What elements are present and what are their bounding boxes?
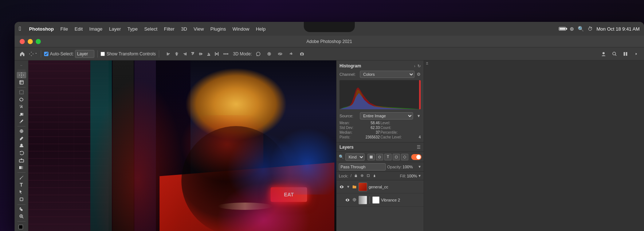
toolbar-collapse-icon[interactable] xyxy=(632,49,641,59)
lock-artboard-button[interactable] xyxy=(366,173,371,179)
filter-shape-button[interactable] xyxy=(393,154,400,160)
opacity-value[interactable]: 100% xyxy=(402,165,417,169)
menu-select[interactable]: Select xyxy=(141,25,160,33)
window-minimize-button[interactable] xyxy=(28,39,33,44)
layer-expand-arrow[interactable]: ▼ xyxy=(346,185,350,189)
auto-select-checkbox[interactable] xyxy=(44,52,48,56)
align-center-h-button[interactable] xyxy=(173,50,180,58)
distribute-button[interactable] xyxy=(213,50,220,58)
menu-view[interactable]: View xyxy=(191,25,207,33)
menu-image[interactable]: Image xyxy=(86,25,105,33)
menu-type[interactable]: Type xyxy=(125,25,141,33)
toolbar-panel-toggle[interactable] xyxy=(621,49,630,59)
wifi-icon: ⊛ xyxy=(570,26,574,32)
lock-pixels-button[interactable] xyxy=(353,173,358,179)
3d-orbit-button[interactable] xyxy=(275,49,285,59)
ps-canvas[interactable]: EAT xyxy=(28,60,336,231)
window-close-button[interactable] xyxy=(20,39,25,44)
menu-app-name[interactable]: Photoshop xyxy=(26,25,57,33)
quick-select-tool[interactable] xyxy=(17,103,26,110)
layer-row[interactable]: Vibrance 2 xyxy=(337,193,424,207)
eyedropper-tool[interactable] xyxy=(17,118,26,125)
artboard-tool[interactable] xyxy=(17,79,26,86)
history-brush-tool[interactable] xyxy=(17,150,26,156)
svg-rect-16 xyxy=(208,53,209,55)
menu-layer[interactable]: Layer xyxy=(106,25,124,33)
apple-menu[interactable]:  xyxy=(19,26,21,32)
menu-edit[interactable]: Edit xyxy=(72,25,86,33)
brush-tool[interactable] xyxy=(17,135,26,142)
opacity-chevron[interactable]: ▼ xyxy=(418,165,421,169)
histogram-menu-icon[interactable]: ⚙ xyxy=(417,72,421,77)
hand-tool[interactable] xyxy=(17,206,26,212)
lock-all-button[interactable] xyxy=(372,173,377,179)
menu-help[interactable]: Help xyxy=(253,25,268,33)
level-label: Level: xyxy=(381,121,390,125)
menu-3d[interactable]: 3D xyxy=(178,25,190,33)
filter-pixel-button[interactable] xyxy=(368,154,375,160)
source-expand-icon[interactable]: ▼ xyxy=(417,114,421,118)
layers-menu-icon[interactable]: ☰ xyxy=(417,145,421,150)
source-select[interactable]: Entire Image xyxy=(360,112,413,120)
healing-tool[interactable] xyxy=(17,128,26,134)
search-icon[interactable]: 🔍 xyxy=(578,26,584,32)
percentile-label: Percentile: xyxy=(381,130,398,134)
toolbar-search-icon[interactable] xyxy=(610,49,619,59)
home-button[interactable] xyxy=(17,49,27,59)
move-tool[interactable] xyxy=(17,72,26,78)
filter-type-button[interactable]: T xyxy=(384,154,392,160)
layers-blend-mode-dropdown[interactable]: Pass Through xyxy=(339,163,386,171)
layers-filter-toggle[interactable] xyxy=(411,154,421,160)
foreground-color[interactable] xyxy=(17,223,26,230)
move-tool-options[interactable] xyxy=(28,49,38,59)
channel-select[interactable]: Colors xyxy=(360,71,415,78)
zoom-tool[interactable] xyxy=(17,213,26,220)
histogram-expand-icon[interactable]: › xyxy=(414,64,415,68)
layer-visibility-toggle[interactable] xyxy=(345,197,350,203)
stamp-tool[interactable] xyxy=(17,142,26,149)
transform-controls-checkbox[interactable] xyxy=(101,52,105,56)
more-options-button[interactable]: ••• xyxy=(222,51,230,57)
lock-position-button[interactable] xyxy=(360,173,365,179)
align-right-button[interactable] xyxy=(181,50,188,58)
3d-rotate-button[interactable] xyxy=(254,49,263,59)
align-top-button[interactable] xyxy=(189,50,196,58)
3d-dolly-button[interactable] xyxy=(286,49,296,59)
fill-value[interactable]: 100% xyxy=(407,174,417,178)
align-left-button[interactable] xyxy=(165,50,172,58)
auto-select-type-dropdown[interactable]: Layer xyxy=(75,50,94,58)
control-center-icon[interactable]: ⏱ xyxy=(588,26,593,32)
layer-visibility-toggle[interactable] xyxy=(339,184,345,190)
3d-camera-button[interactable] xyxy=(297,49,307,59)
mini-bar-expand-icon[interactable]: ‹‹ xyxy=(425,62,430,65)
gradient-tool[interactable] xyxy=(17,164,26,171)
type-tool[interactable]: T xyxy=(17,181,26,188)
filter-adjustment-button[interactable] xyxy=(376,154,383,160)
eraser-tool[interactable] xyxy=(17,157,26,164)
window-maximize-button[interactable] xyxy=(36,39,41,44)
layers-kind-dropdown[interactable]: Kind xyxy=(345,153,365,161)
svg-point-51 xyxy=(347,199,348,201)
3d-pan-button[interactable] xyxy=(264,49,274,59)
svg-rect-10 xyxy=(192,53,193,55)
lasso-tool[interactable] xyxy=(17,96,26,103)
toolbar-user-icon[interactable] xyxy=(599,49,608,59)
layer-row[interactable]: ▼ general_cc xyxy=(337,180,424,193)
menu-window[interactable]: Window xyxy=(229,25,252,33)
menu-file[interactable]: File xyxy=(58,25,71,33)
filter-smart-object-button[interactable] xyxy=(401,154,408,160)
shape-tool[interactable] xyxy=(17,196,26,203)
right-panel-wrapper: Histogram › ↻ Channel: Colors xyxy=(336,60,644,231)
lock-transparent-button[interactable]: / xyxy=(350,173,352,179)
expand-panel-button[interactable]: ·· xyxy=(17,62,26,68)
path-selection-tool[interactable] xyxy=(17,189,26,195)
pen-tool[interactable] xyxy=(17,174,26,181)
marquee-tool[interactable] xyxy=(17,89,26,95)
align-bottom-button[interactable] xyxy=(205,50,212,58)
align-middle-v-button[interactable] xyxy=(197,50,204,58)
crop-tool[interactable] xyxy=(17,111,26,117)
fill-chevron[interactable]: ▼ xyxy=(418,174,421,178)
menu-plugins[interactable]: Plugins xyxy=(208,25,229,33)
menu-filter[interactable]: Filter xyxy=(161,25,177,33)
histogram-refresh-icon[interactable]: ↻ xyxy=(417,64,421,68)
